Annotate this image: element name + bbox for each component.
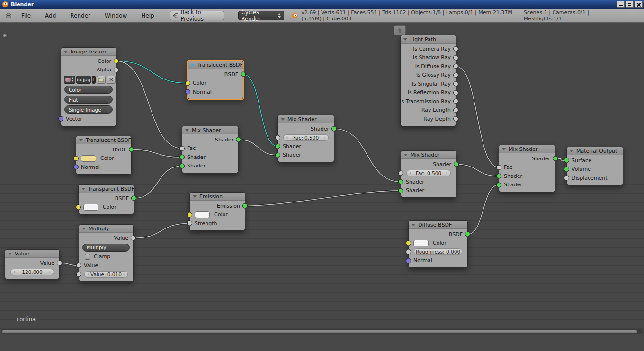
- node-header[interactable]: Emission: [190, 193, 245, 201]
- node-header[interactable]: Mix Shader: [278, 115, 334, 123]
- color-socket[interactable]: [73, 156, 79, 161]
- value-socket[interactable]: [76, 272, 81, 277]
- value-socket[interactable]: [453, 72, 458, 78]
- node-diffuse-bsdf[interactable]: Diffuse BSDFBSDFColorRoughness: 0.000Nor…: [408, 220, 468, 268]
- value-slider[interactable]: Fac: 0.500: [406, 170, 451, 176]
- value-socket[interactable]: [187, 221, 192, 226]
- collapse-triangle-icon[interactable]: [411, 224, 415, 226]
- color-socket[interactable]: [114, 59, 119, 64]
- titlebar[interactable]: Blender: [0, 0, 644, 9]
- color-swatch[interactable]: [81, 155, 96, 162]
- value-socket[interactable]: [406, 249, 411, 254]
- color-socket[interactable]: [406, 240, 411, 246]
- node-header[interactable]: Value: [5, 250, 59, 258]
- shader-socket[interactable]: [131, 196, 136, 201]
- collapse-triangle-icon[interactable]: [81, 188, 85, 190]
- window-menu[interactable]: Window: [103, 11, 129, 20]
- render-engine-select[interactable]: Cycles Render: [238, 11, 284, 20]
- value-socket[interactable]: [275, 135, 280, 140]
- file-menu[interactable]: File: [19, 11, 33, 20]
- shader-socket[interactable]: [564, 158, 569, 163]
- shader-socket[interactable]: [241, 72, 246, 77]
- color-socket[interactable]: [187, 212, 192, 217]
- value-socket[interactable]: [453, 116, 458, 122]
- node-mix-shader-1[interactable]: Mix ShaderShaderFacShaderShader: [182, 126, 239, 173]
- color-socket[interactable]: [76, 204, 81, 210]
- shader-socket[interactable]: [179, 163, 185, 168]
- value-socket[interactable]: [131, 236, 136, 241]
- value-socket[interactable]: [453, 90, 458, 95]
- node-transparent-bsdf[interactable]: Transparent BSDFBSDFColor: [78, 184, 134, 214]
- node-light-path[interactable]: Light PathIs Camera RayIs Shadow RayIs D…: [400, 35, 456, 126]
- image-browse-button[interactable]: [64, 76, 75, 84]
- shader-socket[interactable]: [564, 167, 569, 172]
- collapse-triangle-icon[interactable]: [404, 154, 408, 156]
- fake-user-button[interactable]: F: [92, 76, 96, 84]
- collapse-triangle-icon[interactable]: [191, 64, 195, 66]
- minimize-button[interactable]: [617, 1, 625, 8]
- value-socket[interactable]: [114, 67, 119, 72]
- node-header[interactable]: Diffuse BSDF: [409, 221, 467, 229]
- node-value[interactable]: ValueValue120.000: [5, 249, 60, 279]
- checkbox-unchecked-icon[interactable]: [85, 254, 90, 260]
- color-socket[interactable]: [185, 80, 190, 86]
- node-image-texture[interactable]: Image TextureColorAlphain.jpgFColorFlatS…: [61, 47, 116, 126]
- node-mix-shader-3[interactable]: Mix ShaderShaderFac: 0.500ShaderShader: [401, 150, 456, 198]
- value-socket[interactable]: [564, 176, 569, 181]
- back-to-previous-button[interactable]: Back to Previous: [170, 11, 224, 20]
- collapse-triangle-icon[interactable]: [193, 195, 197, 198]
- value-slider[interactable]: 120.000: [10, 269, 54, 275]
- collapse-triangle-icon[interactable]: [570, 150, 573, 152]
- node-multiply[interactable]: MultiplyValueMultiplyClampValueValue: 0.…: [79, 224, 134, 281]
- node-material-output[interactable]: Material OutputSurfaceVolumeDisplacement: [566, 147, 623, 185]
- value-socket[interactable]: [453, 55, 458, 60]
- collapse-triangle-icon[interactable]: [185, 129, 189, 132]
- value-socket[interactable]: [453, 99, 458, 104]
- render-menu[interactable]: Render: [68, 11, 92, 20]
- node-translucent-bsdf-1[interactable]: Translucent BSDFBSDFColorNormal: [188, 61, 243, 99]
- node-header[interactable]: Material Output: [567, 147, 623, 155]
- shader-socket[interactable]: [496, 182, 501, 187]
- node-mix-shader-2[interactable]: Mix ShaderShaderFac: 0.500ShaderShader: [277, 115, 334, 162]
- vector-socket[interactable]: [58, 116, 63, 122]
- shader-socket[interactable]: [454, 162, 459, 167]
- node-header[interactable]: Mix Shader: [499, 145, 555, 153]
- value-slider[interactable]: Value: 0.010: [84, 271, 128, 278]
- shader-socket[interactable]: [465, 232, 470, 237]
- restore-button[interactable]: [626, 1, 634, 8]
- value-socket[interactable]: [453, 64, 458, 69]
- image-name-field[interactable]: in.jpg: [76, 76, 91, 84]
- horizontal-scrollbar[interactable]: [2, 330, 637, 333]
- collapse-triangle-icon[interactable]: [502, 148, 506, 150]
- shader-socket[interactable]: [331, 126, 337, 132]
- shader-socket[interactable]: [179, 155, 185, 160]
- value-socket[interactable]: [496, 165, 501, 170]
- value-socket[interactable]: [179, 146, 185, 151]
- vector-socket[interactable]: [406, 258, 411, 263]
- color-swatch[interactable]: [413, 240, 429, 246]
- collapse-triangle-icon[interactable]: [79, 139, 83, 141]
- region-expand-icon[interactable]: [2, 31, 8, 40]
- editor-type-button[interactable]: [5, 11, 13, 20]
- node-header[interactable]: Transparent BSDF: [79, 185, 134, 193]
- value-slider[interactable]: Fac: 0.500: [283, 134, 329, 141]
- collapse-triangle-icon[interactable]: [403, 38, 407, 41]
- node-header[interactable]: Image Texture: [61, 48, 116, 56]
- color-swatch[interactable]: [195, 211, 210, 218]
- node-mix-shader-4[interactable]: Mix ShaderShaderFacShaderShader: [499, 145, 555, 192]
- shader-socket[interactable]: [553, 156, 558, 161]
- value-socket[interactable]: [398, 170, 403, 176]
- shader-socket[interactable]: [275, 144, 280, 149]
- node-header[interactable]: Light Path: [401, 35, 456, 44]
- node-editor-canvas[interactable]: Image TextureColorAlphain.jpgFColorFlatS…: [0, 23, 644, 336]
- collapse-triangle-icon[interactable]: [64, 51, 68, 53]
- value-socket[interactable]: [76, 263, 81, 268]
- node-header[interactable]: Mix Shader: [401, 151, 456, 159]
- shader-socket[interactable]: [398, 188, 403, 193]
- add-menu[interactable]: Add: [43, 11, 58, 20]
- shader-socket[interactable]: [275, 152, 280, 158]
- unlink-image-button[interactable]: [107, 76, 116, 84]
- help-menu[interactable]: Help: [139, 11, 156, 20]
- vector-socket[interactable]: [185, 89, 190, 95]
- collapse-triangle-icon[interactable]: [281, 118, 285, 121]
